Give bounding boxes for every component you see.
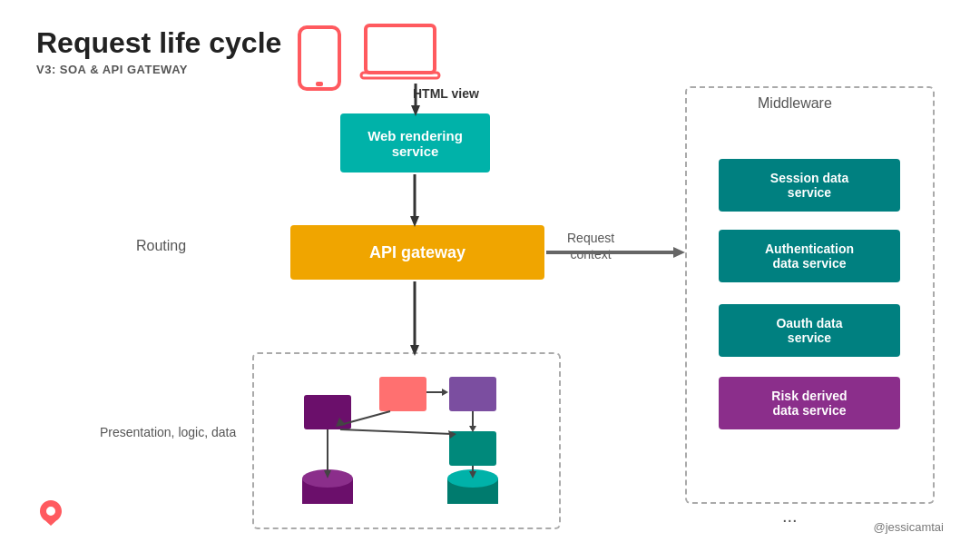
middleware-title: Middleware <box>758 95 832 112</box>
svg-rect-1 <box>316 82 323 86</box>
svg-rect-2 <box>366 25 435 73</box>
session-service-label: Session dataservice <box>770 171 848 200</box>
auth-service-box: Authenticationdata service <box>719 230 900 282</box>
api-gateway-box: API gateway <box>290 225 544 280</box>
session-service-box: Session dataservice <box>719 159 900 212</box>
request-context-label: Requestcontext <box>567 230 614 262</box>
title-area: Request life cycle V3: SOA & API GATEWAY <box>36 27 281 76</box>
oauth-service-label: Oauth dataservice <box>776 316 842 345</box>
main-title: Request life cycle <box>36 27 281 59</box>
risk-service-box: Risk deriveddata service <box>719 377 900 429</box>
presentation-box <box>252 352 561 529</box>
auth-service-label: Authenticationdata service <box>765 242 854 271</box>
svg-marker-9 <box>673 247 685 258</box>
middleware-container <box>685 86 935 504</box>
subtitle: V3: SOA & API GATEWAY <box>36 63 281 76</box>
main-container: Request life cycle V3: SOA & API GATEWAY… <box>0 0 980 552</box>
web-rendering-box: Web renderingservice <box>340 113 490 172</box>
dots-label: ... <box>782 506 798 527</box>
presentation-label: Presentation, logic, data <box>100 425 236 439</box>
web-rendering-label: Web renderingservice <box>368 128 463 159</box>
api-gateway-label: API gateway <box>369 243 466 262</box>
oauth-service-box: Oauth dataservice <box>719 304 900 357</box>
risk-service-label: Risk deriveddata service <box>771 389 847 418</box>
svg-rect-3 <box>361 73 439 78</box>
airbnb-logo <box>36 498 65 534</box>
attribution: @jessicamtai <box>874 520 945 534</box>
routing-label: Routing <box>136 238 186 254</box>
svg-rect-0 <box>299 27 339 89</box>
html-view-label: HTML view <box>413 86 479 101</box>
